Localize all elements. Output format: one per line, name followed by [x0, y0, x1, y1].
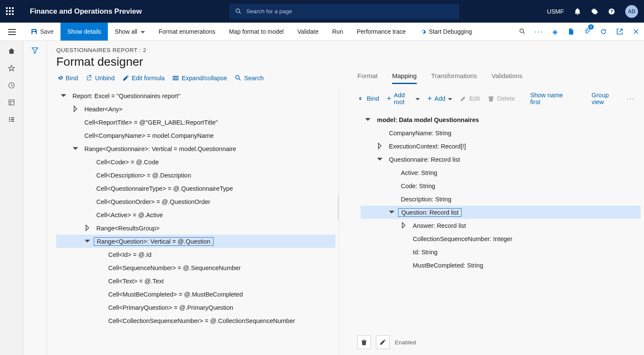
add-root-button[interactable]: +Add root: [387, 92, 420, 105]
tree-row[interactable]: Range<ResultsGroup>: [56, 221, 335, 235]
filter-icon[interactable]: [32, 47, 38, 54]
show-details-button[interactable]: Show details: [61, 23, 108, 41]
tree-row[interactable]: Cell<Text> = @.Text: [56, 274, 335, 288]
hamburger-button[interactable]: [0, 23, 23, 41]
toolbar-search-button[interactable]: [514, 23, 531, 41]
tree-label: Id: String: [410, 248, 440, 256]
expand-collapse-button[interactable]: Expand/collapse: [172, 75, 227, 81]
workspace-icon[interactable]: [8, 99, 15, 106]
bell-icon[interactable]: [574, 8, 581, 15]
run-button[interactable]: Run: [325, 23, 350, 41]
tree-row[interactable]: model: Data model Questionnaires: [361, 113, 641, 126]
expand-icon[interactable]: [72, 145, 79, 153]
format-enumerations-button[interactable]: Format enumerations: [152, 23, 222, 41]
toolbar-attachment-button[interactable]: 0: [579, 23, 595, 41]
start-debugging-button[interactable]: Start Debugging: [413, 23, 479, 41]
product-title: Finance and Operations Preview: [30, 7, 142, 16]
tree-row[interactable]: Cell<MustBeCompleted> = @.MustBeComplete…: [56, 288, 335, 301]
tab-format[interactable]: Format: [357, 72, 378, 84]
tab-transformations[interactable]: Transformations: [431, 72, 477, 84]
validate-button[interactable]: Validate: [291, 23, 326, 41]
tree-row[interactable]: MustBeCompleted: String: [361, 259, 641, 272]
tree-row[interactable]: Cell<Id> = @.Id: [56, 248, 335, 261]
modules-icon[interactable]: [8, 116, 15, 123]
tree-row[interactable]: Range<Question>: Vertical = @.Question: [56, 235, 335, 248]
filter-rail: [23, 41, 47, 355]
tree-row[interactable]: Cell<Code> = @.Code: [56, 155, 335, 169]
add-button[interactable]: +Add: [427, 95, 452, 102]
chevron-down-icon: [416, 95, 420, 102]
expand-icon[interactable]: [376, 156, 384, 163]
right-pane-tabs: Format Mapping Transformations Validatio…: [348, 72, 644, 86]
home-icon[interactable]: [8, 48, 15, 55]
tree-row[interactable]: Description: String: [361, 192, 641, 206]
collapse-icon[interactable]: [72, 105, 79, 113]
help-icon[interactable]: [608, 8, 615, 15]
right-pane-toolbar: Bind +Add root +Add Edit Delete Show nam…: [348, 86, 644, 111]
star-icon[interactable]: [8, 65, 15, 72]
tree-label: Range<ResultsGroup>: [94, 224, 162, 233]
right-bind-button[interactable]: Bind: [357, 95, 379, 102]
toolbar-refresh-button[interactable]: [595, 23, 612, 41]
tree-row[interactable]: Cell<Active> = @.Active: [56, 208, 335, 221]
tree-row[interactable]: Answer: Record list: [361, 219, 641, 232]
show-name-first-button[interactable]: Show name first: [530, 92, 569, 105]
tree-row[interactable]: Cell<SequenceNumber> = @.SequenceNumber: [56, 261, 335, 274]
show-all-button[interactable]: Show all: [108, 23, 152, 41]
expand-icon[interactable]: [60, 92, 67, 100]
collapse-icon[interactable]: [376, 143, 384, 150]
edit-formula-button[interactable]: Edit formula: [122, 75, 165, 81]
app-launcher-icon[interactable]: [6, 7, 14, 16]
collapse-icon[interactable]: [400, 222, 407, 230]
tree-row[interactable]: Cell<QuestionnaireType> = @.Questionnair…: [56, 182, 335, 195]
collapse-icon[interactable]: [84, 224, 91, 232]
expand-icon[interactable]: [388, 209, 396, 216]
left-search-button[interactable]: Search: [235, 75, 264, 81]
toolbar-close-button[interactable]: [628, 23, 644, 41]
expand-icon[interactable]: [364, 116, 372, 124]
gear-icon[interactable]: [591, 8, 598, 15]
delete-binding-button[interactable]: [357, 335, 371, 349]
toolbar-diamond-button[interactable]: ◈: [547, 23, 563, 41]
tree-row[interactable]: Cell<ReportTitle> = @"GER_LABEL:ReportTi…: [56, 116, 335, 129]
tree-row[interactable]: Active: String: [361, 166, 641, 179]
tree-row[interactable]: Cell<Description> = @.Description: [56, 169, 335, 182]
format-tree[interactable]: Report: Excel = "Questionnaires report"H…: [47, 87, 339, 355]
tree-label: CollectionSequenceNumber: Integer: [410, 235, 515, 243]
edit-binding-button[interactable]: [376, 335, 390, 349]
tree-row[interactable]: Question: Record list: [361, 206, 641, 219]
right-overflow-button[interactable]: ···: [627, 95, 635, 102]
tree-row[interactable]: CollectionSequenceNumber: Integer: [361, 232, 641, 245]
toolbar-popout-button[interactable]: [612, 23, 628, 41]
tree-row[interactable]: Questionnaire: Record list: [361, 153, 641, 166]
map-format-button[interactable]: Map format to model: [222, 23, 290, 41]
pane-splitter[interactable]: [336, 194, 339, 220]
tab-validations[interactable]: Validations: [491, 72, 522, 84]
tree-row[interactable]: Header<Any>: [56, 102, 335, 116]
attachment-badge: 0: [588, 24, 594, 29]
tree-row[interactable]: Id: String: [361, 245, 641, 259]
toolbar-page-button[interactable]: [563, 23, 579, 41]
clock-icon[interactable]: [8, 82, 15, 89]
tree-row[interactable]: CompanyName: String: [361, 126, 641, 140]
tree-row[interactable]: Cell<CollectionSequenceNumber> = @.Colle…: [56, 314, 335, 327]
tree-row[interactable]: Range<Questionnaire>: Vertical = model.Q…: [56, 142, 335, 155]
tab-mapping[interactable]: Mapping: [392, 72, 417, 84]
tree-row[interactable]: Cell<CompanyName> = model.CompanyName: [56, 129, 335, 142]
toolbar-overflow-button[interactable]: ···: [531, 23, 547, 41]
company-code[interactable]: USMF: [547, 8, 564, 15]
bind-button[interactable]: Bind: [56, 75, 78, 81]
unbind-button[interactable]: Unbind: [86, 75, 115, 81]
tree-row[interactable]: Cell<QuestionOrder> = @.QuestionOrder: [56, 195, 335, 208]
save-button[interactable]: Save: [24, 23, 61, 41]
global-search[interactable]: Search for a page: [229, 4, 459, 19]
expand-icon[interactable]: [84, 238, 91, 245]
tree-row[interactable]: Report: Excel = "Questionnaires report": [56, 89, 335, 102]
tree-row[interactable]: Cell<PrimaryQuestion> = @.PrimaryQuestio…: [56, 301, 335, 314]
user-avatar[interactable]: AD: [625, 5, 638, 18]
tree-row[interactable]: Code: String: [361, 179, 641, 192]
performance-trace-button[interactable]: Performance trace: [350, 23, 413, 41]
tree-row[interactable]: ExecutionContext: Record[!]: [361, 140, 641, 153]
mapping-tree[interactable]: model: Data model QuestionnairesCompanyN…: [348, 111, 644, 333]
group-view-button[interactable]: Group view: [592, 92, 619, 105]
